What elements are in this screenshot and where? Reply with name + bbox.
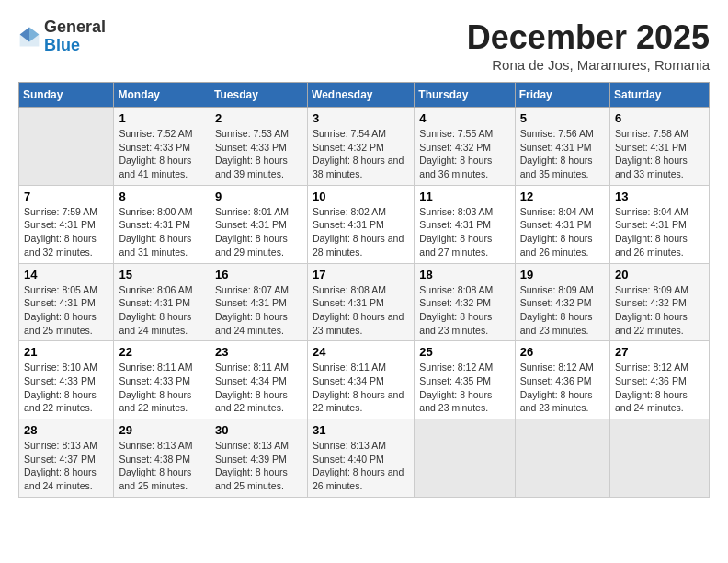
cell-content: Sunrise: 8:12 AMSunset: 4:35 PMDaylight:…	[419, 361, 509, 415]
cell-content: Sunrise: 8:02 AMSunset: 4:31 PMDaylight:…	[313, 205, 409, 259]
calendar-cell: 18Sunrise: 8:08 AMSunset: 4:32 PMDayligh…	[415, 263, 515, 341]
calendar-cell	[19, 108, 114, 186]
calendar-cell: 2Sunrise: 7:53 AMSunset: 4:33 PMDaylight…	[210, 108, 308, 186]
calendar-cell: 3Sunrise: 7:54 AMSunset: 4:32 PMDaylight…	[308, 108, 415, 186]
day-number: 8	[119, 190, 205, 203]
calendar-cell: 11Sunrise: 8:03 AMSunset: 4:31 PMDayligh…	[415, 185, 515, 263]
logo-blue-text: Blue	[44, 37, 106, 55]
calendar-cell: 6Sunrise: 7:58 AMSunset: 4:31 PMDaylight…	[610, 108, 710, 186]
calendar-cell: 30Sunrise: 8:13 AMSunset: 4:39 PMDayligh…	[210, 419, 308, 498]
calendar-cell: 22Sunrise: 8:11 AMSunset: 4:33 PMDayligh…	[114, 341, 210, 419]
column-header-tuesday: Tuesday	[210, 83, 308, 108]
day-number: 18	[419, 268, 509, 282]
calendar-cell: 8Sunrise: 8:00 AMSunset: 4:31 PMDaylight…	[114, 185, 210, 263]
cell-content: Sunrise: 8:04 AMSunset: 4:31 PMDaylight:…	[615, 205, 704, 259]
cell-content: Sunrise: 7:55 AMSunset: 4:32 PMDaylight:…	[419, 127, 509, 181]
cell-content: Sunrise: 8:03 AMSunset: 4:31 PMDaylight:…	[419, 205, 509, 259]
day-number: 13	[615, 190, 704, 203]
day-number: 30	[215, 423, 302, 437]
calendar-cell: 14Sunrise: 8:05 AMSunset: 4:31 PMDayligh…	[19, 263, 114, 341]
column-header-monday: Monday	[114, 83, 210, 108]
cell-content: Sunrise: 7:58 AMSunset: 4:31 PMDaylight:…	[615, 127, 704, 181]
cell-content: Sunrise: 8:13 AMSunset: 4:37 PMDaylight:…	[24, 439, 108, 493]
day-number: 28	[24, 423, 108, 437]
cell-content: Sunrise: 8:12 AMSunset: 4:36 PMDaylight:…	[615, 361, 704, 415]
cell-content: Sunrise: 8:11 AMSunset: 4:33 PMDaylight:…	[119, 361, 205, 415]
cell-content: Sunrise: 8:13 AMSunset: 4:38 PMDaylight:…	[119, 439, 205, 493]
column-header-saturday: Saturday	[610, 83, 710, 108]
day-number: 19	[520, 268, 605, 282]
cell-content: Sunrise: 8:05 AMSunset: 4:31 PMDaylight:…	[24, 283, 108, 338]
cell-content: Sunrise: 8:08 AMSunset: 4:32 PMDaylight:…	[419, 283, 509, 338]
cell-content: Sunrise: 8:06 AMSunset: 4:31 PMDaylight:…	[119, 283, 205, 338]
cell-content: Sunrise: 8:13 AMSunset: 4:40 PMDaylight:…	[313, 439, 409, 493]
day-number: 1	[119, 111, 205, 125]
calendar-cell: 26Sunrise: 8:12 AMSunset: 4:36 PMDayligh…	[515, 341, 609, 419]
cell-content: Sunrise: 8:13 AMSunset: 4:39 PMDaylight:…	[215, 439, 302, 493]
day-number: 12	[520, 190, 605, 203]
day-number: 11	[419, 190, 509, 203]
calendar-cell: 17Sunrise: 8:08 AMSunset: 4:31 PMDayligh…	[308, 263, 415, 341]
cell-content: Sunrise: 8:11 AMSunset: 4:34 PMDaylight:…	[215, 361, 302, 415]
cell-content: Sunrise: 8:09 AMSunset: 4:32 PMDaylight:…	[520, 283, 605, 338]
cell-content: Sunrise: 8:04 AMSunset: 4:31 PMDaylight:…	[520, 205, 605, 259]
calendar-cell: 9Sunrise: 8:01 AMSunset: 4:31 PMDaylight…	[210, 185, 308, 263]
column-header-wednesday: Wednesday	[308, 83, 415, 108]
cell-content: Sunrise: 7:53 AMSunset: 4:33 PMDaylight:…	[215, 127, 302, 181]
calendar-cell: 19Sunrise: 8:09 AMSunset: 4:32 PMDayligh…	[515, 263, 609, 341]
calendar-cell: 10Sunrise: 8:02 AMSunset: 4:31 PMDayligh…	[308, 185, 415, 263]
day-number: 5	[520, 111, 605, 125]
day-number: 10	[313, 190, 409, 203]
cell-content: Sunrise: 8:07 AMSunset: 4:31 PMDaylight:…	[215, 283, 302, 338]
calendar-cell: 5Sunrise: 7:56 AMSunset: 4:31 PMDaylight…	[515, 108, 609, 186]
logo-text: General Blue	[44, 18, 106, 55]
calendar-cell	[610, 419, 710, 498]
calendar-cell: 28Sunrise: 8:13 AMSunset: 4:37 PMDayligh…	[19, 419, 114, 498]
calendar-week-row: 14Sunrise: 8:05 AMSunset: 4:31 PMDayligh…	[19, 263, 710, 341]
calendar-cell: 7Sunrise: 7:59 AMSunset: 4:31 PMDaylight…	[19, 185, 114, 263]
day-number: 25	[419, 345, 509, 359]
calendar-cell: 29Sunrise: 8:13 AMSunset: 4:38 PMDayligh…	[114, 419, 210, 498]
cell-content: Sunrise: 7:59 AMSunset: 4:31 PMDaylight:…	[24, 205, 108, 259]
calendar-cell	[515, 419, 609, 498]
day-number: 17	[313, 268, 409, 282]
subtitle: Rona de Jos, Maramures, Romania	[467, 57, 710, 73]
day-number: 29	[119, 423, 205, 437]
cell-content: Sunrise: 8:11 AMSunset: 4:34 PMDaylight:…	[313, 361, 409, 415]
main-title: December 2025	[467, 18, 710, 57]
cell-content: Sunrise: 8:12 AMSunset: 4:36 PMDaylight:…	[520, 361, 605, 415]
day-number: 27	[615, 345, 704, 359]
calendar-cell: 25Sunrise: 8:12 AMSunset: 4:35 PMDayligh…	[415, 341, 515, 419]
column-header-friday: Friday	[515, 83, 609, 108]
day-number: 21	[24, 345, 108, 359]
cell-content: Sunrise: 7:52 AMSunset: 4:33 PMDaylight:…	[119, 127, 205, 181]
calendar-cell: 12Sunrise: 8:04 AMSunset: 4:31 PMDayligh…	[515, 185, 609, 263]
day-number: 9	[215, 190, 302, 203]
logo: General Blue	[18, 18, 106, 55]
calendar-cell: 20Sunrise: 8:09 AMSunset: 4:32 PMDayligh…	[610, 263, 710, 341]
day-number: 4	[419, 111, 509, 125]
day-number: 26	[520, 345, 605, 359]
day-number: 23	[215, 345, 302, 359]
calendar-week-row: 7Sunrise: 7:59 AMSunset: 4:31 PMDaylight…	[19, 185, 710, 263]
cell-content: Sunrise: 8:00 AMSunset: 4:31 PMDaylight:…	[119, 205, 205, 259]
title-section: December 2025 Rona de Jos, Maramures, Ro…	[467, 18, 710, 73]
cell-content: Sunrise: 8:10 AMSunset: 4:33 PMDaylight:…	[24, 361, 108, 415]
day-number: 20	[615, 268, 704, 282]
day-number: 14	[24, 268, 108, 282]
cell-content: Sunrise: 7:56 AMSunset: 4:31 PMDaylight:…	[520, 127, 605, 181]
calendar-cell: 13Sunrise: 8:04 AMSunset: 4:31 PMDayligh…	[610, 185, 710, 263]
calendar-cell: 4Sunrise: 7:55 AMSunset: 4:32 PMDaylight…	[415, 108, 515, 186]
calendar-table: SundayMondayTuesdayWednesdayThursdayFrid…	[18, 82, 710, 498]
day-number: 3	[313, 111, 409, 125]
calendar-cell: 31Sunrise: 8:13 AMSunset: 4:40 PMDayligh…	[308, 419, 415, 498]
calendar-cell: 27Sunrise: 8:12 AMSunset: 4:36 PMDayligh…	[610, 341, 710, 419]
cell-content: Sunrise: 8:09 AMSunset: 4:32 PMDaylight:…	[615, 283, 704, 338]
column-header-thursday: Thursday	[415, 83, 515, 108]
day-number: 16	[215, 268, 302, 282]
cell-content: Sunrise: 7:54 AMSunset: 4:32 PMDaylight:…	[313, 127, 409, 181]
calendar-cell: 24Sunrise: 8:11 AMSunset: 4:34 PMDayligh…	[308, 341, 415, 419]
calendar-week-row: 21Sunrise: 8:10 AMSunset: 4:33 PMDayligh…	[19, 341, 710, 419]
calendar-header-row: SundayMondayTuesdayWednesdayThursdayFrid…	[19, 83, 710, 108]
calendar-cell	[415, 419, 515, 498]
